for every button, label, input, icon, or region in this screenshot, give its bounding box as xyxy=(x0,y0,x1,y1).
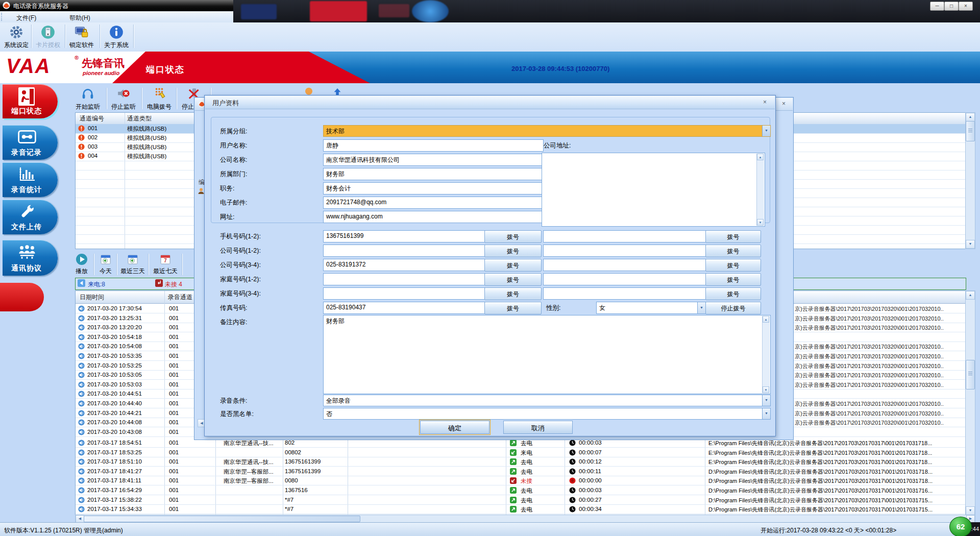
playback-item-4[interactable]: 7最近七天 xyxy=(150,253,181,276)
column-header[interactable]: 日期时间 xyxy=(80,293,104,302)
fax-input[interactable]: 025-83190437 xyxy=(323,302,488,314)
scroll-up-icon[interactable]: ▲ xyxy=(966,113,975,121)
dial-button[interactable]: 拨号 xyxy=(484,273,542,286)
contact-name: 南京华罡--客服部... xyxy=(224,477,284,485)
recording-row[interactable]: 2017-03-17 18:41:11001南京华罡--客服部...0080未接… xyxy=(76,476,966,485)
toolbar-item-1[interactable]: 系统设定 xyxy=(1,23,32,51)
scroll-down-icon[interactable]: ▼ xyxy=(966,506,975,515)
scroll-thumb[interactable] xyxy=(84,516,360,522)
phone-input-1[interactable] xyxy=(323,245,488,257)
dial-button[interactable]: 拨号 xyxy=(705,245,761,257)
menu-file[interactable]: 文件(F) xyxy=(13,13,39,23)
phone-input-2[interactable] xyxy=(543,230,707,242)
scroll-down-icon[interactable]: ▼ xyxy=(763,386,769,393)
playback-item-3[interactable]: 最近三天 xyxy=(118,253,148,276)
banner-timestamp: 2017-03-28 09:44:53 (10200770) xyxy=(511,65,609,72)
phone-input-1[interactable]: 025-83191372 xyxy=(323,259,488,271)
phone-input-1[interactable] xyxy=(323,287,488,300)
sidebar-item-4[interactable]: 文件上传 xyxy=(3,200,58,234)
phone-input-1[interactable]: 13675161399 xyxy=(323,230,488,242)
recording-row[interactable]: 2017-03-17 18:53:2500100802来电00:00:07E:\… xyxy=(76,448,966,457)
dial-button[interactable]: 拨号 xyxy=(705,259,761,272)
monitor-item-2[interactable]: 停止监听 xyxy=(108,86,139,111)
recordings-scrollbar-vertical[interactable]: ▲▼ xyxy=(965,290,975,516)
recording-row[interactable]: 2017-03-17 15:38:22001*#7去电00:00:27D:\Pr… xyxy=(76,496,966,505)
column-header[interactable]: 通道编号 xyxy=(80,114,104,123)
toolbar-item-2[interactable]: 卡片授权 xyxy=(33,23,63,51)
recording-path: D:\Program Files\先锋音讯(北京)云录音服务器\2017\201… xyxy=(708,468,954,476)
phone-input-1[interactable] xyxy=(323,273,488,285)
dial-button[interactable]: 拨号 xyxy=(484,230,542,243)
scroll-down-icon[interactable]: ▼ xyxy=(757,219,764,226)
field-input[interactable]: 财务会计 xyxy=(323,182,544,194)
phone-input-2[interactable] xyxy=(543,287,707,300)
dial-button[interactable]: 拨号 xyxy=(705,230,761,243)
textarea-scrollbar[interactable]: ▲ ▼ xyxy=(756,154,764,226)
scroll-left-icon[interactable]: ◀ xyxy=(76,515,84,523)
sidebar-item-1[interactable]: 端口状态 xyxy=(3,84,58,118)
combo-arrow-icon[interactable]: ▼ xyxy=(762,395,770,406)
field-input[interactable]: 南京华罡通讯科技有限公司 xyxy=(323,154,544,166)
speaker-icon xyxy=(78,400,85,407)
scroll-up-icon[interactable]: ▲ xyxy=(757,154,764,160)
column-header[interactable]: 录音通道 xyxy=(168,293,192,302)
recording-row[interactable]: 2017-03-17 15:34:33001*#7去电00:00:34D:\Pr… xyxy=(76,505,966,514)
monitor-item-1[interactable]: 开始监听 xyxy=(72,86,103,111)
blacklist-combo[interactable]: 否 ▼ xyxy=(323,408,771,420)
dial-button[interactable]: 拨号 xyxy=(484,245,542,257)
phone-input-2[interactable] xyxy=(543,259,707,271)
ok-button[interactable]: 确定 xyxy=(420,421,489,434)
column-header[interactable]: 通道类型 xyxy=(127,114,152,123)
playback-item-2[interactable]: 今天 xyxy=(95,253,116,276)
combo-arrow-icon[interactable]: ▼ xyxy=(697,302,705,313)
textarea-scrollbar[interactable]: ▲ ▼ xyxy=(762,316,770,393)
outgoing-icon xyxy=(510,440,517,446)
close-icon[interactable]: × xyxy=(779,100,789,109)
menu-help[interactable]: 帮助(H) xyxy=(66,13,93,23)
grid-line xyxy=(76,495,966,495)
combo-arrow-icon[interactable]: ▼ xyxy=(762,408,770,419)
scroll-up-icon[interactable]: ▲ xyxy=(966,291,975,300)
scroll-down-icon[interactable]: ▼ xyxy=(966,240,975,249)
scroll-up-icon[interactable]: ▲ xyxy=(763,316,769,323)
company-address-textarea[interactable]: ▲ ▼ xyxy=(542,153,765,227)
phone-input-2[interactable] xyxy=(543,245,707,257)
dial-button[interactable]: 拨号 xyxy=(705,273,761,286)
combo-arrow-icon[interactable]: ▼ xyxy=(762,126,770,136)
dial-button[interactable]: 拨号 xyxy=(705,287,761,300)
recording-row[interactable]: 2017-03-17 18:41:27001南京华罡--客服部...136751… xyxy=(76,467,966,476)
scroll-thumb[interactable] xyxy=(966,121,975,141)
dial-button[interactable]: 拨号 xyxy=(484,302,542,314)
monitor-item-3[interactable]: 电脑拨号 xyxy=(144,86,175,111)
dial-button[interactable]: 拨号 xyxy=(484,287,542,300)
recording-channel: 001 xyxy=(169,343,179,349)
toolbar-item-4[interactable]: 关于系统 xyxy=(101,23,132,51)
recording-row[interactable]: 2017-03-17 16:54:290011367516去电00:00:03D… xyxy=(76,486,966,495)
toolbar-item-3[interactable]: 锁定软件 xyxy=(66,23,97,51)
field-input[interactable]: 财务部 xyxy=(323,168,544,180)
group-combo[interactable]: 技术部▼ xyxy=(323,125,771,137)
scroll-thumb[interactable] xyxy=(966,360,975,389)
note-textarea[interactable]: 财务部 ▲ ▼ xyxy=(323,315,771,394)
playback-item-1[interactable]: 播放 xyxy=(70,253,93,276)
close-button[interactable]: × xyxy=(959,2,973,11)
dial-button[interactable]: 拨号 xyxy=(484,259,542,272)
gender-combo[interactable]: 女 ▼ xyxy=(596,302,706,314)
sidebar-item-2[interactable]: 录音记录 xyxy=(3,125,58,160)
field-input[interactable]: 唐静 xyxy=(323,139,544,152)
minimize-button[interactable]: ─ xyxy=(930,2,944,11)
recording-datetime: 2017-03-20 10:53:03 xyxy=(87,381,142,387)
field-input[interactable]: www.njhuagang.com xyxy=(323,211,544,223)
stop-dial-button[interactable]: 停止拨号 xyxy=(705,302,761,314)
record-condition-combo[interactable]: 全部录音 ▼ xyxy=(323,395,771,406)
channel-table-scrollbar[interactable]: ▲▼ xyxy=(965,112,975,249)
restore-button[interactable]: □ xyxy=(944,2,959,11)
field-input[interactable]: 2091721748@qq.com xyxy=(323,197,544,209)
cancel-button[interactable]: 取消 xyxy=(503,421,573,434)
phone-input-2[interactable] xyxy=(543,273,707,285)
sidebar-item-3[interactable]: 录音统计 xyxy=(3,162,58,197)
recording-row[interactable]: 2017-03-17 18:51:10001南京华罡通讯--技...136751… xyxy=(76,457,966,467)
sidebar-item-5[interactable]: 通讯协议 xyxy=(3,240,58,276)
call-direction: 来电 xyxy=(521,449,532,457)
recording-channel: 001 xyxy=(169,372,179,378)
